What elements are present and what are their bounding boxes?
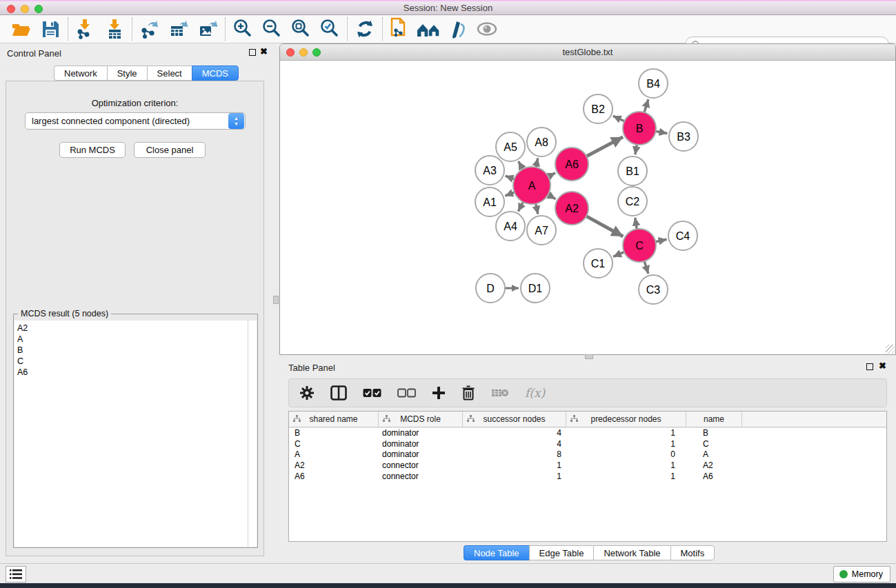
edge-B-B1[interactable] <box>635 144 637 155</box>
export-table-button[interactable] <box>164 17 193 41</box>
task-history-button[interactable] <box>6 566 26 582</box>
zoom-in-button[interactable] <box>228 17 257 41</box>
zoom-view-icon[interactable] <box>312 48 321 57</box>
table-row[interactable]: A2connector11A2 <box>289 460 886 471</box>
open-session-button[interactable] <box>7 17 36 41</box>
node-A7[interactable]: A7 <box>527 216 556 245</box>
minimize-window-icon[interactable] <box>21 5 29 13</box>
tab-select[interactable]: Select <box>147 65 192 81</box>
node-B[interactable]: B <box>623 112 656 145</box>
column-header[interactable]: name <box>686 412 742 427</box>
criterion-dropdown[interactable]: largest connected component (directed) ▲… <box>25 112 246 130</box>
node-table[interactable]: shared nameMCDS rolesuccessor nodesprede… <box>288 411 887 542</box>
tab-edge-table[interactable]: Edge Table <box>529 545 594 560</box>
edge-C-C4[interactable] <box>655 239 666 242</box>
tab-network[interactable]: Network <box>54 65 107 81</box>
edge-C-C3[interactable] <box>644 261 648 274</box>
node-A4[interactable]: A4 <box>496 212 525 241</box>
mcds-result-item[interactable]: A <box>17 334 248 345</box>
table-settings-button[interactable] <box>299 385 315 401</box>
tab-node-table[interactable]: Node Table <box>464 545 529 560</box>
edge-A-A7[interactable] <box>535 203 537 214</box>
edge-A6-B[interactable] <box>586 137 623 157</box>
table-row[interactable]: A6connector11A6 <box>289 471 886 482</box>
node-C3[interactable]: C3 <box>639 275 668 304</box>
mcds-result-item[interactable]: B <box>17 345 248 356</box>
table-row[interactable]: Adominator80A <box>289 449 886 460</box>
node-A5[interactable]: A5 <box>496 132 525 161</box>
deselect-all-button[interactable] <box>397 388 416 398</box>
select-all-button[interactable] <box>363 388 381 398</box>
close-panel-button[interactable]: Close panel <box>134 142 206 158</box>
column-header[interactable]: predecessor nodes <box>566 412 686 427</box>
export-network-button[interactable] <box>135 17 164 41</box>
tab-motifs[interactable]: Motifs <box>670 545 715 560</box>
float-panel-icon[interactable] <box>249 49 256 56</box>
node-B2[interactable]: B2 <box>584 94 613 123</box>
table-row[interactable]: Bdominator41B <box>289 427 886 438</box>
node-C2[interactable]: C2 <box>618 187 647 216</box>
table-row[interactable]: Cdominator41C <box>289 438 886 449</box>
edge-B-B3[interactable] <box>655 131 668 133</box>
node-B4[interactable]: B4 <box>639 69 668 98</box>
network-window-titlebar[interactable]: testGlobe.txt <box>280 44 895 61</box>
node-A3[interactable]: A3 <box>475 156 504 185</box>
node-C1[interactable]: C1 <box>584 249 613 278</box>
node-C4[interactable]: C4 <box>668 221 697 250</box>
node-A1[interactable]: A1 <box>475 187 504 216</box>
node-A[interactable]: A <box>513 167 550 204</box>
close-panel-icon[interactable]: ✖ <box>260 46 268 57</box>
edge-B-B4[interactable] <box>644 99 648 113</box>
edge-A-A8[interactable] <box>536 158 538 168</box>
add-column-button[interactable] <box>432 386 446 400</box>
split-panel-button[interactable] <box>330 385 347 401</box>
zoom-window-icon[interactable] <box>34 5 43 13</box>
node-D1[interactable]: D1 <box>521 274 550 303</box>
tab-mcds[interactable]: MCDS <box>192 65 239 81</box>
run-mcds-button[interactable]: Run MCDS <box>59 142 126 158</box>
node-C[interactable]: C <box>623 229 656 262</box>
tab-style[interactable]: Style <box>107 65 147 81</box>
vertical-divider-handle[interactable] <box>273 296 279 304</box>
column-header[interactable]: successor nodes <box>463 412 566 427</box>
validator-button[interactable] <box>444 17 472 41</box>
save-session-button[interactable] <box>36 17 65 41</box>
edge-A2-C[interactable] <box>586 216 623 236</box>
function-builder-button[interactable]: f(x) <box>525 386 545 400</box>
close-view-icon[interactable] <box>286 48 295 57</box>
node-D[interactable]: D <box>476 274 505 303</box>
edge-A-A3[interactable] <box>506 176 515 179</box>
zoom-out-button[interactable] <box>257 17 286 41</box>
resize-grip-icon[interactable] <box>886 345 895 354</box>
close-window-icon[interactable] <box>7 5 15 13</box>
refresh-button[interactable] <box>350 17 379 41</box>
zoom-fit-button[interactable] <box>286 17 315 41</box>
node-A6[interactable]: A6 <box>555 148 588 181</box>
node-B1[interactable]: B1 <box>618 156 647 185</box>
mcds-result-item[interactable]: A6 <box>17 367 248 378</box>
export-image-button[interactable] <box>193 17 222 41</box>
delete-columns-button[interactable] <box>461 385 475 401</box>
float-table-panel-icon[interactable] <box>866 363 873 370</box>
mcds-result-list[interactable]: A2ABCA6 <box>14 321 248 547</box>
column-header[interactable]: shared name <box>289 412 379 427</box>
mcds-result-item[interactable]: C <box>17 356 248 367</box>
scrollbar-track[interactable] <box>248 321 257 547</box>
tab-network-table[interactable]: Network Table <box>593 545 670 560</box>
eye-button[interactable] <box>472 17 501 41</box>
column-header[interactable]: MCDS role <box>379 412 463 427</box>
network-graph[interactable]: B4B2BB3A8A5A6B1A3AA1C2A2A4A7C4CC1C3DD1 <box>280 61 895 354</box>
edge-A-A1[interactable] <box>505 192 515 196</box>
edge-A-A5[interactable] <box>519 161 524 170</box>
edge-B-B2[interactable] <box>613 116 625 121</box>
close-table-panel-icon[interactable]: ✖ <box>879 361 886 371</box>
memory-button[interactable]: Memory <box>833 566 890 582</box>
edge-A-A2[interactable] <box>548 194 556 199</box>
zoom-selected-button[interactable] <box>315 17 344 41</box>
import-network-button[interactable] <box>71 17 100 41</box>
edge-C-C1[interactable] <box>613 252 625 256</box>
edge-C-C2[interactable] <box>635 218 637 230</box>
node-A2[interactable]: A2 <box>555 192 588 225</box>
mcds-result-item[interactable]: A2 <box>17 323 248 334</box>
edge-A-A4[interactable] <box>518 201 524 212</box>
